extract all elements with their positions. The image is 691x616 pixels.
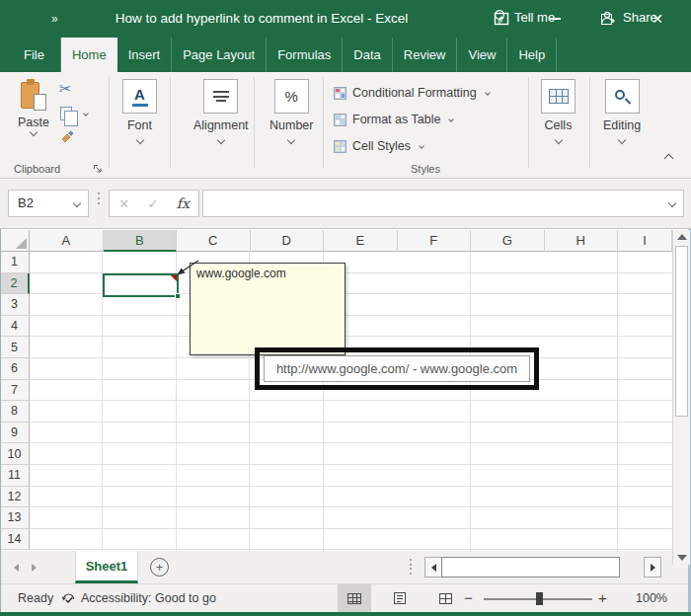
row-header-4[interactable]: 4 [0, 316, 30, 338]
row-header-14[interactable]: 14 [0, 529, 30, 551]
sheet-tab-sheet1[interactable]: Sheet1 [75, 551, 138, 583]
select-all-button[interactable] [0, 230, 30, 252]
collapse-ribbon-chevron-icon[interactable] [664, 154, 674, 164]
previous-sheet-arrow-icon[interactable] [14, 564, 19, 572]
new-sheet-button[interactable]: + [150, 558, 169, 577]
vertical-scrollbar-thumb[interactable] [675, 246, 688, 417]
page-break-preview-button[interactable] [428, 584, 462, 612]
tab-data[interactable]: Data [343, 38, 392, 72]
row-header-5[interactable]: 5 [0, 337, 30, 358]
format-as-table-button[interactable]: Format as Table [334, 110, 453, 129]
tab-file[interactable]: File [8, 38, 61, 72]
row-header-13[interactable]: 13 [0, 507, 30, 529]
name-box[interactable]: B2 [8, 190, 89, 217]
row-header-8[interactable]: 8 [0, 401, 30, 423]
copy-button[interactable] [60, 107, 72, 120]
row-header-10[interactable]: 10 [0, 443, 30, 465]
scroll-up-arrow-icon[interactable] [677, 234, 687, 240]
zoom-out-button[interactable]: − [464, 584, 473, 612]
tell-me-label: Tell me [514, 10, 555, 25]
fill-handle[interactable] [175, 293, 181, 299]
tab-view[interactable]: View [457, 38, 507, 72]
window-title: How to add hyperlink to comment in Excel… [89, 0, 434, 38]
accessibility-status[interactable]: Accessibility: Good to go [81, 584, 216, 613]
quick-access-overflow-icon[interactable]: » [51, 0, 59, 38]
enter-icon[interactable]: ✓ [147, 196, 158, 211]
sheet-tab-bar: Sheet1 + [0, 551, 691, 583]
editing-group-button[interactable]: Editing [603, 79, 641, 143]
row-header-9[interactable]: 9 [0, 423, 30, 444]
row-header-2[interactable]: 2 [0, 273, 30, 295]
conditional-formatting-button[interactable]: Conditional Formatting [334, 83, 490, 103]
font-group-label: Font [127, 118, 152, 132]
selected-cell-b2[interactable] [103, 273, 179, 297]
clipboard-dialog-launcher-button[interactable] [93, 164, 103, 174]
column-header-a[interactable]: A [30, 230, 104, 252]
zoom-slider-handle[interactable] [536, 592, 543, 605]
normal-view-button[interactable] [338, 584, 371, 612]
scroll-left-button[interactable] [424, 557, 442, 578]
column-header-b[interactable]: B [104, 230, 178, 252]
row-header-6[interactable]: 6 [0, 358, 30, 380]
scroll-right-button[interactable] [644, 557, 661, 578]
column-header-g[interactable]: G [471, 230, 545, 252]
number-group-button[interactable]: % Number [269, 79, 313, 143]
tab-home[interactable]: Home [61, 38, 117, 72]
alignment-group-chevron-icon [217, 136, 225, 144]
status-bar: Ready Accessibility: Good to go − + 100% [0, 583, 691, 612]
cell-styles-icon [334, 140, 346, 153]
cell-comment-box[interactable]: www.google.com [190, 263, 346, 355]
paste-button[interactable]: Paste [12, 79, 55, 135]
window-left-edge [0, 229, 1, 612]
column-header-e[interactable]: E [324, 230, 398, 252]
name-box-value: B2 [18, 195, 34, 210]
row-header-3[interactable]: 3 [0, 294, 30, 316]
share-button[interactable]: Share [600, 0, 657, 35]
column-header-h[interactable]: H [545, 230, 619, 252]
paste-clipboard-icon [20, 79, 47, 111]
column-header-d[interactable]: D [251, 230, 325, 252]
row-header-11[interactable]: 11 [0, 465, 30, 487]
column-header-f[interactable]: F [398, 230, 472, 252]
tab-page-layout[interactable]: Page Layout [172, 38, 267, 72]
font-group-chevron-icon [135, 136, 143, 144]
name-box-dropdown-chevron-icon[interactable] [73, 199, 81, 207]
cells-group-button[interactable]: Cells [541, 79, 576, 143]
tell-me-button[interactable]: Tell me [494, 0, 555, 35]
alignment-group-button[interactable]: Alignment [193, 79, 249, 143]
cell-styles-button[interactable]: Cell Styles [334, 136, 423, 156]
copy-dropdown-chevron-icon[interactable] [83, 111, 89, 116]
cut-button[interactable]: ✂ [59, 80, 72, 98]
tab-help[interactable]: Help [507, 38, 557, 72]
vertical-scrollbar[interactable] [672, 230, 690, 565]
format-painter-button[interactable] [59, 129, 75, 145]
paste-dropdown-chevron-icon[interactable] [30, 128, 38, 136]
row-header-7[interactable]: 7 [0, 380, 30, 402]
next-sheet-arrow-icon[interactable] [32, 564, 37, 572]
horizontal-scrollbar-thumb[interactable] [441, 557, 620, 578]
tab-review[interactable]: Review [393, 38, 458, 72]
cancel-icon[interactable]: ✕ [118, 196, 129, 211]
font-group-button[interactable]: A Font [122, 79, 157, 143]
row-header-1[interactable]: 1 [0, 252, 30, 273]
formula-input[interactable] [202, 190, 684, 217]
worksheet-grid: A B C D E F G H I 1 2 3 4 5 6 7 8 9 10 1… [0, 229, 691, 565]
tab-formulas[interactable]: Formulas [267, 38, 343, 72]
column-header-i[interactable]: I [618, 230, 672, 252]
tab-insert[interactable]: Insert [117, 38, 173, 72]
magnifier-icon [605, 79, 640, 114]
page-layout-view-button[interactable] [383, 584, 417, 612]
formula-bar-expand-chevron-icon[interactable] [668, 199, 676, 207]
scroll-down-arrow-icon[interactable] [677, 555, 687, 561]
column-header-c[interactable]: C [177, 230, 251, 252]
ribbon: Paste ✂ Clipboard A Font Alignment % [0, 72, 691, 179]
insert-function-icon[interactable]: fx [177, 195, 190, 211]
zoom-level[interactable]: 100% [624, 584, 667, 613]
number-group-label: Number [269, 118, 313, 132]
page-break-preview-icon [439, 593, 452, 604]
status-mode: Ready [18, 584, 53, 613]
formula-bar-grip-handle[interactable] [98, 192, 100, 204]
row-header-12[interactable]: 12 [0, 487, 30, 508]
zoom-in-button[interactable]: + [598, 584, 607, 612]
tab-bar-grip-handle[interactable] [410, 559, 412, 575]
